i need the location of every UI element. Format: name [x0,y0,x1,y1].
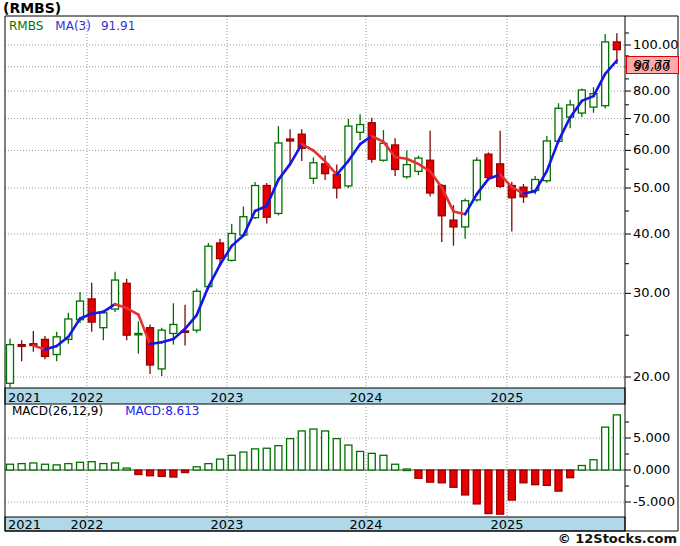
price-axis-label: 100.00 [633,37,679,52]
price-axis-label: 20.00 [633,369,670,384]
macd-axis-label: -5.000 [633,494,675,509]
price-axis-label: 50.00 [633,180,670,195]
macd-axis-label: 0.000 [633,462,670,477]
price-axis-label: 80.00 [633,83,670,98]
stock-chart-screen: (RMBS) RMBSMA(3)91.91 97.77 MACD(26,12,9… [0,0,680,546]
watermark: © 12Stocks.com [558,531,677,546]
price-axis-label: 90.00 [633,59,670,74]
chart-title: (RMBS) [3,0,61,16]
legend-symbol: RMBS [9,19,43,33]
price-axis-label: 60.00 [633,142,670,157]
year-label-main: 2024 [349,390,382,405]
macd-value-label: MACD:8.613 [125,404,199,418]
chart-legend: RMBSMA(3)91.91 [9,19,135,33]
chart-canvas[interactable] [0,0,680,546]
macd-axis-label: 5.000 [633,430,670,445]
price-axis-label: 70.00 [633,111,670,126]
macd-param-label: MACD(26,12,9) [12,404,103,418]
year-label-macd: 2022 [70,517,103,532]
legend-ma-value: 91.91 [101,19,135,33]
year-label-main: 2021 [8,390,41,405]
year-label-macd: 2025 [490,517,523,532]
year-label-main: 2023 [210,390,243,405]
year-label-main: 2025 [490,390,523,405]
legend-ma-label: MA(3) [55,19,91,33]
year-label-macd: 2021 [8,517,41,532]
year-label-macd: 2024 [349,517,382,532]
macd-legend: MACD(26,12,9)MACD:8.613 [12,404,200,418]
price-axis-label: 40.00 [633,226,670,241]
price-axis-label: 30.00 [633,285,670,300]
year-label-macd: 2023 [210,517,243,532]
year-label-main: 2022 [70,390,103,405]
